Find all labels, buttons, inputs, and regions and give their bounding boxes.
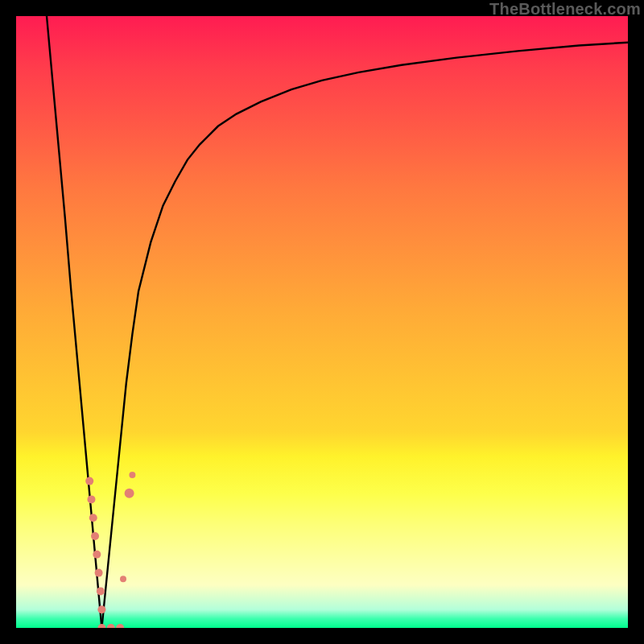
- data-marker: [85, 477, 93, 485]
- data-marker: [120, 576, 126, 582]
- data-marker: [125, 489, 134, 498]
- watermark: TheBottleneck.com: [489, 0, 641, 19]
- chart-container: TheBottleneck.com: [0, 0, 644, 644]
- data-marker: [116, 624, 124, 628]
- watermark-text: TheBottleneck.com: [489, 0, 641, 18]
- curve-right-branch: [101, 43, 628, 628]
- data-marker: [91, 532, 99, 540]
- data-marker: [129, 472, 135, 478]
- data-marker: [97, 587, 105, 595]
- data-marker: [97, 624, 105, 628]
- data-marker: [97, 605, 105, 613]
- data-marker: [87, 495, 95, 503]
- data-marker: [89, 514, 97, 522]
- curve-layer: [16, 16, 628, 628]
- data-marker: [95, 569, 103, 577]
- data-marker: [107, 624, 115, 628]
- data-marker: [93, 551, 101, 559]
- plot-area: [16, 16, 628, 628]
